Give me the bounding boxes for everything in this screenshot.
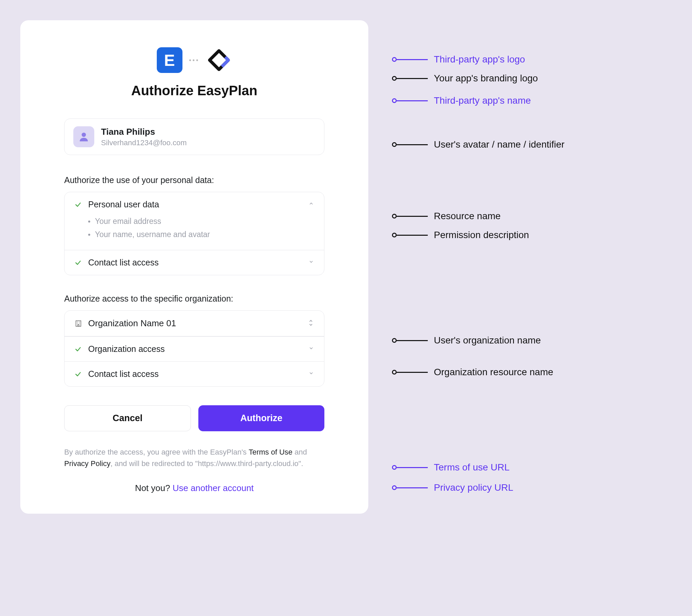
annotation-label: Permission description bbox=[434, 230, 529, 240]
building-icon bbox=[75, 320, 82, 328]
svg-rect-8 bbox=[78, 324, 79, 326]
chevron-down-icon bbox=[308, 346, 314, 353]
switch-account-prompt: Not you? bbox=[135, 483, 172, 493]
annotation-label: User's avatar / name / identifier bbox=[434, 139, 565, 150]
permission-detail-text: Your email address bbox=[95, 217, 161, 226]
permission-item[interactable]: Contact list access bbox=[65, 361, 324, 386]
annotation: User's avatar / name / identifier bbox=[392, 139, 672, 150]
org-permissions-group: Organization Name 01 Organization access bbox=[64, 310, 324, 387]
svg-rect-3 bbox=[76, 321, 81, 326]
permission-item[interactable]: Organization access bbox=[65, 336, 324, 361]
terms-link[interactable]: Terms of Use bbox=[249, 448, 293, 456]
svg-marker-0 bbox=[210, 51, 229, 69]
permission-item[interactable]: Contact list access bbox=[65, 250, 324, 275]
check-icon bbox=[75, 259, 82, 266]
chevron-down-icon bbox=[308, 259, 314, 266]
annotation-column: Third-party app's logo Your app's brandi… bbox=[392, 20, 672, 514]
annotation-label: Third-party app's name bbox=[434, 95, 531, 106]
check-icon bbox=[75, 371, 82, 378]
org-name: Organization Name 01 bbox=[88, 318, 302, 329]
annotation-label: Your app's branding logo bbox=[434, 73, 538, 84]
annotation-label: Organization resource name bbox=[434, 367, 553, 378]
annotation: Permission description bbox=[392, 230, 672, 240]
chevron-up-icon bbox=[308, 201, 314, 208]
annotation-label: Resource name bbox=[434, 211, 501, 222]
svg-marker-1 bbox=[210, 51, 229, 69]
annotation: Your app's branding logo bbox=[392, 73, 672, 84]
permission-name: Organization access bbox=[88, 344, 302, 354]
permission-item[interactable]: Personal user data Your email address Yo… bbox=[65, 192, 324, 250]
annotation: Terms of use URL bbox=[392, 462, 672, 473]
selector-icon bbox=[308, 319, 314, 328]
user-email: Silverhand1234@foo.com bbox=[101, 138, 187, 147]
third-party-logo-letter: E bbox=[164, 51, 175, 70]
your-app-logo bbox=[206, 47, 232, 73]
cancel-button[interactable]: Cancel bbox=[64, 405, 191, 431]
annotation: Resource name bbox=[392, 211, 672, 222]
annotation: Organization resource name bbox=[392, 367, 672, 378]
annotation: Third-party app's logo bbox=[392, 54, 672, 65]
connection-dots-icon: ••• bbox=[189, 57, 200, 64]
svg-point-2 bbox=[82, 133, 86, 137]
org-selector[interactable]: Organization Name 01 bbox=[65, 311, 324, 336]
permission-name: Contact list access bbox=[88, 258, 302, 267]
privacy-link[interactable]: Privacy Policy bbox=[64, 459, 110, 468]
bullet-icon bbox=[88, 221, 90, 223]
third-party-logo: E bbox=[157, 47, 182, 73]
use-another-account-link[interactable]: Use another account bbox=[173, 483, 254, 493]
annotation: Privacy policy URL bbox=[392, 482, 672, 493]
logo-row: E ••• bbox=[64, 47, 324, 73]
permission-detail: Your email address bbox=[88, 215, 314, 228]
chevron-down-icon bbox=[308, 371, 314, 378]
annotation-label: Privacy policy URL bbox=[434, 482, 513, 493]
personal-permissions-group: Personal user data Your email address Yo… bbox=[64, 192, 324, 275]
footer-text-segment: , and will be redirected to "https://www… bbox=[110, 459, 303, 468]
footer-text-segment: By authorize the access, you agree with … bbox=[64, 448, 249, 456]
page-title: Authorize EasyPlan bbox=[64, 83, 324, 98]
avatar bbox=[73, 126, 94, 147]
permission-detail-text: Your name, username and avatar bbox=[95, 230, 210, 239]
bullet-icon bbox=[88, 234, 90, 236]
footer-text-segment: and bbox=[293, 448, 307, 456]
annotation-label: User's organization name bbox=[434, 335, 541, 346]
permission-detail: Your name, username and avatar bbox=[88, 228, 314, 241]
authorize-button[interactable]: Authorize bbox=[198, 405, 324, 431]
annotation-label: Terms of use URL bbox=[434, 462, 510, 473]
check-icon bbox=[75, 201, 82, 208]
permission-name: Contact list access bbox=[88, 369, 302, 379]
permission-name: Personal user data bbox=[88, 200, 302, 210]
user-card: Tiana Philips Silverhand1234@foo.com bbox=[64, 118, 324, 155]
legal-footer: By authorize the access, you agree with … bbox=[64, 446, 324, 469]
annotation: Third-party app's name bbox=[392, 95, 672, 106]
check-icon bbox=[75, 346, 82, 353]
annotation-label: Third-party app's logo bbox=[434, 54, 525, 65]
user-name: Tiana Philips bbox=[101, 127, 187, 137]
org-section-label: Authorize access to the specific organiz… bbox=[64, 294, 324, 304]
annotation: User's organization name bbox=[392, 335, 672, 346]
consent-dialog: E ••• Authorize EasyPlan Tiana Philips S bbox=[20, 20, 368, 514]
personal-section-label: Authorize the use of your personal data: bbox=[64, 175, 324, 185]
